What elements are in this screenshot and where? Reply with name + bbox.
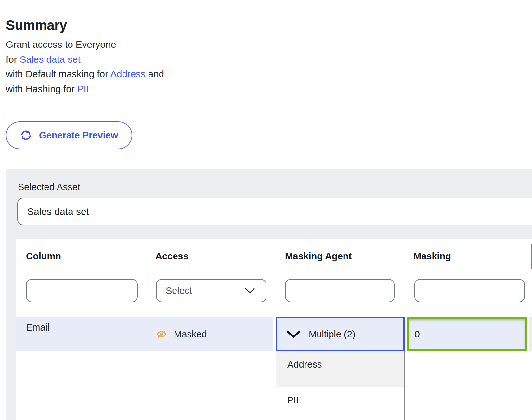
column-header-access: Access [155, 251, 188, 262]
summary-and-text: and [146, 69, 164, 79]
generate-preview-label: Generate Preview [39, 130, 118, 141]
selected-asset-label: Selected Asset [18, 182, 80, 192]
pii-link[interactable]: PII [77, 84, 89, 94]
chevron-down-icon [245, 288, 255, 294]
summary-for-text: for [6, 54, 20, 65]
access-filter-placeholder: Select [166, 285, 192, 296]
eye-off-icon [156, 329, 167, 340]
column-filter-input[interactable] [26, 279, 138, 302]
page-title: Summary [6, 18, 67, 33]
generate-preview-button[interactable]: Generate Preview [6, 121, 132, 149]
header-divider [144, 244, 144, 269]
grant-summary-page: Summary Grant access to Everyone for Sal… [0, 0, 532, 420]
access-filter-select[interactable]: Select [156, 279, 266, 302]
asset-link[interactable]: Sales data set [20, 54, 81, 65]
column-header-masking-agent: Masking Agent [285, 251, 352, 262]
row-background [529, 317, 532, 351]
summary-description: Grant access to Everyone for Sales data … [6, 37, 164, 96]
masking-agent-cell-dropdown[interactable]: Multiple (2) [276, 317, 405, 351]
menu-option-address[interactable]: Address [276, 351, 404, 387]
table-row-email: Email Masked Multiple (2) [16, 317, 532, 351]
header-divider [405, 244, 405, 269]
summary-line-default-masking: with Default masking for Address and [6, 67, 164, 82]
column-cell-email: Email [26, 322, 50, 333]
summary-grant-text: Grant access to Everyone [6, 39, 116, 50]
selected-asset-panel: Selected Asset Sales data set Column Acc… [6, 169, 532, 420]
access-cell-masked: Masked [156, 317, 207, 351]
masking-filter-input[interactable] [414, 279, 525, 302]
menu-option-pii[interactable]: PII [276, 387, 404, 420]
column-header-column: Column [26, 251, 61, 262]
columns-table: Column Access Masking Agent Masking Sele… [16, 239, 532, 420]
chevron-down-icon [286, 330, 301, 338]
address-link[interactable]: Address [110, 69, 145, 79]
summary-default-masking-text: with Default masking for [6, 69, 110, 79]
selected-asset-input[interactable]: Sales data set [17, 198, 532, 225]
masking-agent-options-menu: Address PII [276, 351, 405, 420]
access-cell-label: Masked [174, 329, 207, 340]
summary-line-grant: Grant access to Everyone [6, 37, 164, 52]
sync-icon [20, 129, 32, 141]
masking-agent-filter-input[interactable] [285, 279, 395, 302]
column-header-masking: Masking [413, 251, 451, 262]
selected-asset-value: Sales data set [27, 206, 89, 217]
summary-line-asset: for Sales data set [6, 52, 164, 67]
row-background [16, 317, 273, 351]
masking-cell-input[interactable]: 0 [407, 317, 527, 351]
summary-hashing-text: with Hashing for [6, 84, 77, 94]
masking-agent-cell-value: Multiple (2) [309, 329, 355, 340]
summary-line-hashing: with Hashing for PII [6, 82, 164, 97]
masking-cell-value: 0 [414, 329, 420, 340]
header-divider [273, 244, 273, 269]
